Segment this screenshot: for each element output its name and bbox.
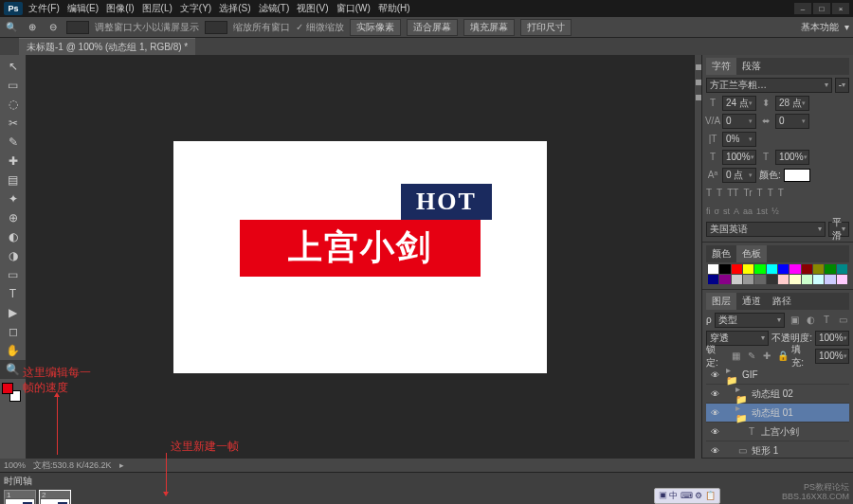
menu-edit[interactable]: 编辑(E) xyxy=(67,2,99,15)
fit-screen-button[interactable]: 适合屏幕 xyxy=(407,19,458,36)
maximize-button[interactable]: □ xyxy=(813,3,830,14)
move-tool[interactable]: ↖ xyxy=(0,57,26,76)
ot-ordinals[interactable]: 1st xyxy=(756,207,768,216)
frame-2[interactable]: 2 xyxy=(39,490,71,504)
layer-row[interactable]: 👁▭矩形 1 xyxy=(706,441,849,459)
swatch-grid[interactable] xyxy=(706,262,849,286)
menu-type[interactable]: 文字(Y) xyxy=(180,2,211,15)
swatch[interactable] xyxy=(767,275,777,284)
eyedropper-tool[interactable]: ✎ xyxy=(0,133,26,152)
document-tab[interactable]: 未标题-1 @ 100% (动态组 1, RGB/8) * xyxy=(19,38,195,56)
swatch[interactable] xyxy=(802,275,812,284)
doc-size[interactable]: 文档:530.8 K/426.2K xyxy=(33,459,112,472)
menu-layer[interactable]: 图层(L) xyxy=(142,2,172,15)
brush-tool[interactable]: ▤ xyxy=(0,171,26,189)
menu-filter[interactable]: 滤镜(T) xyxy=(259,2,290,15)
lock-pos-icon[interactable]: ✚ xyxy=(761,350,773,363)
dock-icon[interactable] xyxy=(696,64,701,70)
swatch[interactable] xyxy=(778,264,789,274)
lasso-tool[interactable]: ◌ xyxy=(0,95,26,114)
ot-alt[interactable]: σ xyxy=(715,207,720,216)
tab-swatches[interactable]: 色板 xyxy=(736,245,767,262)
filter-icon[interactable]: T xyxy=(820,314,833,327)
fill-screen-button[interactable]: 填充屏幕 xyxy=(463,19,515,36)
tracking-input[interactable]: 0 xyxy=(775,114,809,129)
zoom-all-checkbox[interactable] xyxy=(205,21,227,34)
color-picker[interactable] xyxy=(0,379,26,405)
tab-paragraph[interactable]: 段落 xyxy=(736,58,767,75)
menu-select[interactable]: 选择(S) xyxy=(219,2,250,15)
swatch[interactable] xyxy=(719,275,730,284)
small-caps[interactable]: Tr xyxy=(743,188,752,198)
swatch[interactable] xyxy=(719,264,730,274)
shift-input[interactable]: 0 点 xyxy=(722,168,756,183)
faux-bold[interactable]: T xyxy=(706,188,712,198)
minimize-button[interactable]: – xyxy=(794,3,811,14)
swatch[interactable] xyxy=(743,264,753,274)
swatch[interactable] xyxy=(778,275,789,284)
strikethrough[interactable]: T xyxy=(778,188,784,198)
pen-tool[interactable]: ▭ xyxy=(0,265,26,284)
swatch[interactable] xyxy=(732,264,742,274)
dock-icon[interactable] xyxy=(696,95,701,100)
lock-all-icon[interactable]: 🔒 xyxy=(776,350,789,363)
zoom-out-icon[interactable]: ⊖ xyxy=(45,20,61,35)
heal-tool[interactable]: ✚ xyxy=(0,152,26,171)
layer-row[interactable]: 👁▸ 📁GIF xyxy=(706,366,849,385)
visibility-toggle[interactable]: 👁 xyxy=(709,446,720,456)
language-select[interactable]: 美国英语 xyxy=(706,222,826,237)
crop-tool[interactable]: ✂ xyxy=(0,114,26,133)
visibility-toggle[interactable]: 👁 xyxy=(709,370,720,380)
ot-swash[interactable]: aa xyxy=(743,207,753,216)
swatch[interactable] xyxy=(754,275,765,284)
close-button[interactable]: × xyxy=(832,3,849,14)
foreground-color[interactable] xyxy=(2,383,13,394)
actual-pixels-button[interactable]: 实际像素 xyxy=(350,19,401,36)
antialiasing-select[interactable]: 平滑 xyxy=(828,222,849,237)
type-tool[interactable]: T xyxy=(0,284,26,303)
filter-icon[interactable]: ▣ xyxy=(788,314,801,327)
hand-tool[interactable]: ✋ xyxy=(0,341,26,360)
status-arrow[interactable]: ▸ xyxy=(119,460,124,470)
tab-channels[interactable]: 通道 xyxy=(736,293,767,310)
swatch[interactable] xyxy=(837,275,847,284)
layer-row[interactable]: 👁▸ 📁动态组 01 xyxy=(706,404,849,423)
vscale-input[interactable]: 0% xyxy=(722,132,756,147)
menu-window[interactable]: 窗口(W) xyxy=(336,2,371,15)
menu-file[interactable]: 文件(F) xyxy=(28,2,60,15)
superscript[interactable]: T xyxy=(757,188,763,198)
tab-character[interactable]: 字符 xyxy=(706,58,736,75)
swatch[interactable] xyxy=(767,264,777,274)
subscript[interactable]: T xyxy=(768,188,773,198)
leading-input[interactable]: 28 点 xyxy=(775,96,809,111)
lock-trans-icon[interactable]: ▦ xyxy=(730,350,742,363)
menu-view[interactable]: 视图(V) xyxy=(297,2,328,15)
layer-row[interactable]: 👁T上宫小剑 xyxy=(706,423,849,441)
filter-kind-select[interactable]: 类型 xyxy=(715,313,785,328)
swatch[interactable] xyxy=(837,264,847,274)
hscale-input[interactable]: 100% xyxy=(722,150,756,165)
swatch[interactable] xyxy=(825,275,835,284)
tab-color[interactable]: 颜色 xyxy=(706,245,736,262)
menu-help[interactable]: 帮助(H) xyxy=(378,2,410,15)
menu-image[interactable]: 图像(I) xyxy=(106,2,134,15)
gradient-tool[interactable]: ◐ xyxy=(0,227,26,246)
workspace-label[interactable]: 基本功能 xyxy=(801,21,839,34)
all-caps[interactable]: TT xyxy=(727,188,738,198)
swatch[interactable] xyxy=(732,275,742,284)
workspace-menu-icon[interactable]: ▾ xyxy=(844,22,849,32)
ot-fractions[interactable]: ½ xyxy=(771,207,779,216)
marquee-tool[interactable]: ▭ xyxy=(0,76,26,95)
kerning-input[interactable]: 0 xyxy=(722,114,756,129)
resize-window-checkbox[interactable] xyxy=(66,21,89,34)
swatch[interactable] xyxy=(708,275,718,284)
visibility-toggle[interactable]: 👁 xyxy=(709,427,720,437)
swatch[interactable] xyxy=(789,264,800,274)
layer-row[interactable]: 👁▸ 📁动态组 02 xyxy=(706,385,849,404)
text-color-swatch[interactable] xyxy=(784,169,810,182)
swatch[interactable] xyxy=(789,275,800,284)
zoom-level[interactable]: 100% xyxy=(4,460,26,470)
tab-layers[interactable]: 图层 xyxy=(706,293,736,310)
shape-tool[interactable]: ◻ xyxy=(0,322,26,341)
ime-taskbar[interactable]: ▣ 中 ⌨ ⚙ 📋 xyxy=(654,488,720,504)
